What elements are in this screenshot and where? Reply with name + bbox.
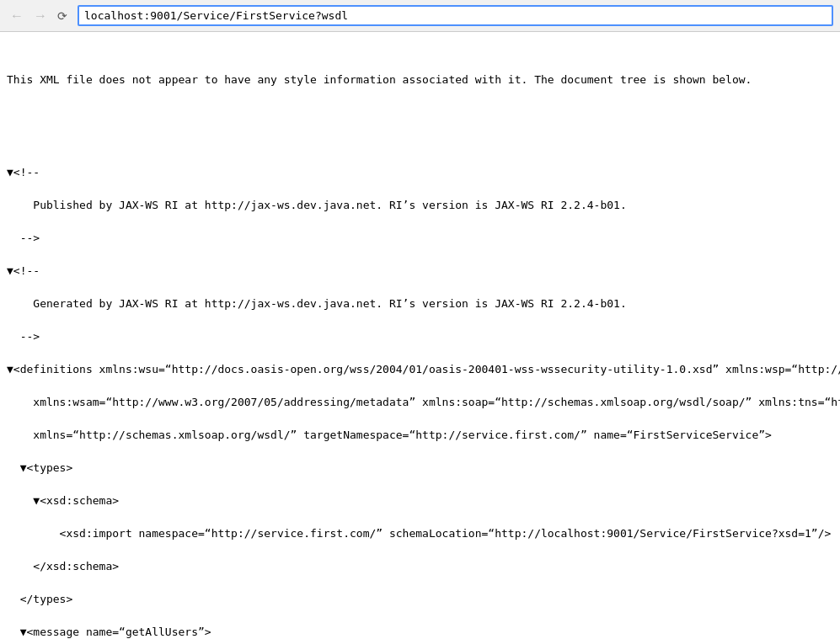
xml-comment2-body: Generated by JAX-WS RI at http://jax-ws.… [7, 296, 833, 312]
xml-content: ▼<!-- Published by JAX-WS RI at http://j… [7, 147, 833, 639]
xml-message1-open: ▼<message name=“getAllUsers”> [7, 624, 833, 640]
toggle-schema[interactable]: ▼ [33, 494, 40, 507]
toggle-collapse-2[interactable]: ▼ [7, 264, 13, 277]
xml-comment2-end: --> [7, 328, 833, 345]
forward-button[interactable]: → [30, 8, 51, 24]
xml-schema-open: ▼<xsd:schema> [7, 493, 833, 509]
address-bar[interactable] [78, 5, 833, 26]
toggle-message1[interactable]: ▼ [20, 626, 27, 638]
xml-definitions-attr1: xmlns:wsam=“http://www.w3.org/2007/05/ad… [7, 394, 833, 411]
toggle-definitions[interactable]: ▼ [7, 363, 13, 375]
xml-schema-close: </xsd:schema> [7, 558, 833, 575]
xml-types-close: </types> [7, 591, 833, 608]
xml-types-open: ▼<types> [7, 460, 833, 477]
page-content: This XML file does not appear to have an… [0, 32, 840, 639]
xml-comment1-end: --> [7, 230, 833, 247]
browser-toolbar: ← → ⟳ [0, 0, 840, 32]
back-button[interactable]: ← [7, 8, 27, 24]
address-bar-container [78, 5, 833, 26]
xml-comment1-body: Published by JAX-WS RI at http://jax-ws.… [7, 197, 833, 214]
reload-button[interactable]: ⟳ [54, 8, 71, 24]
xml-import: <xsd:import namespace=“http://service.fi… [7, 525, 833, 542]
toggle-types[interactable]: ▼ [20, 461, 27, 474]
xml-line: ▼<!-- [7, 263, 833, 280]
xml-definitions-open: ▼<definitions xmlns:wsu=“http://docs.oas… [7, 361, 833, 378]
toggle-collapse-1[interactable]: ▼ [7, 166, 13, 178]
xml-line: ▼<!-- [7, 164, 833, 181]
nav-buttons: ← → ⟳ [7, 8, 71, 24]
xml-definitions-attr2: xmlns=“http://schemas.xmlsoap.org/wsdl/”… [7, 427, 833, 444]
info-message: This XML file does not appear to have an… [7, 72, 833, 88]
